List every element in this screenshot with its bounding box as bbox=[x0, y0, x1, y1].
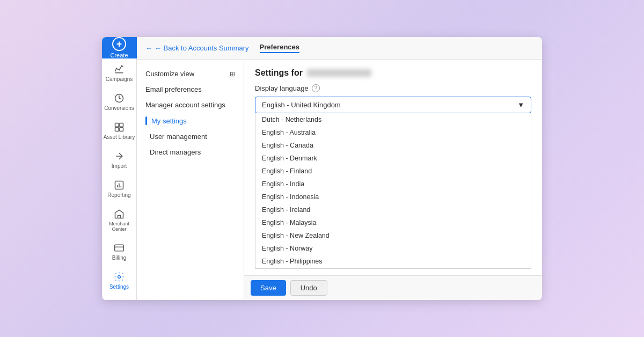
back-arrow-icon: ← bbox=[145, 44, 152, 52]
expand-icon: ⊞ bbox=[230, 70, 235, 78]
save-button[interactable]: Save bbox=[251, 280, 286, 296]
sidebar-item-conversions[interactable]: Conversions bbox=[102, 87, 137, 116]
asset-library-icon bbox=[114, 122, 125, 133]
manager-account-settings-item[interactable]: Manager account settings bbox=[137, 97, 244, 113]
language-option[interactable]: English - Malaysia bbox=[255, 216, 531, 229]
language-select-display[interactable]: English - United Kingdom ▼ bbox=[255, 97, 531, 113]
sidebar-item-campaigns[interactable]: Campaigns bbox=[102, 58, 137, 87]
email-preferences-item[interactable]: Email preferences bbox=[137, 82, 244, 97]
language-select-container: English - United Kingdom ▼ Dutch - Nethe… bbox=[255, 97, 531, 269]
customize-view-label: Customize view bbox=[145, 70, 194, 78]
preferences-panel: Settings for Display language ? English … bbox=[244, 60, 542, 300]
user-management-label: User management bbox=[150, 133, 207, 141]
billing-icon bbox=[114, 243, 125, 253]
svg-rect-4 bbox=[120, 128, 123, 131]
language-option[interactable]: English - India bbox=[255, 178, 531, 191]
sidebar-label-conversions: Conversions bbox=[104, 105, 134, 111]
language-selected-value: English - United Kingdom bbox=[262, 101, 341, 109]
my-settings-label: My settings bbox=[151, 117, 187, 125]
settings-title-account-name bbox=[307, 69, 371, 77]
language-option[interactable]: English - Canada bbox=[255, 139, 531, 152]
language-option[interactable]: English - Australia bbox=[255, 126, 531, 139]
chevron-down-icon: ▼ bbox=[517, 101, 524, 109]
create-icon: + bbox=[112, 37, 126, 51]
customize-view-item[interactable]: Customize view ⊞ bbox=[137, 66, 244, 82]
preferences-tab[interactable]: Preferences bbox=[260, 43, 299, 53]
display-language-label: Display language ? bbox=[255, 84, 531, 92]
language-option[interactable]: English - New Zealand bbox=[255, 229, 531, 242]
display-language-text: Display language bbox=[255, 84, 309, 92]
sidebar-label-asset-library: Asset Library bbox=[104, 134, 135, 140]
reporting-icon bbox=[114, 180, 125, 191]
svg-rect-1 bbox=[115, 123, 119, 127]
svg-rect-3 bbox=[115, 128, 119, 131]
direct-managers-item[interactable]: Direct managers bbox=[137, 144, 244, 160]
content-area: ← ← Back to Accounts Summary Preferences… bbox=[137, 37, 542, 300]
sidebar-item-reporting[interactable]: Reporting bbox=[102, 174, 137, 203]
sidebar-item-merchant-center[interactable]: Merchant Center bbox=[102, 203, 137, 237]
sidebar-item-settings[interactable]: Settings bbox=[102, 266, 137, 295]
back-to-accounts-link[interactable]: ← ← Back to Accounts Summary bbox=[145, 44, 249, 52]
language-option[interactable]: English - Finland bbox=[255, 165, 531, 178]
svg-rect-2 bbox=[120, 123, 123, 127]
sidebar-label-campaigns: Campaigns bbox=[106, 76, 133, 82]
sidebar-item-tools[interactable]: Tools bbox=[102, 295, 137, 300]
language-dropdown-list[interactable]: Dutch - NetherlandsEnglish - AustraliaEn… bbox=[255, 113, 531, 269]
sidebar-label-billing: Billing bbox=[112, 255, 127, 261]
settings-title-prefix: Settings for bbox=[255, 68, 303, 78]
language-option[interactable]: English - Denmark bbox=[255, 152, 531, 165]
create-label: Create bbox=[110, 52, 128, 58]
top-nav: ← ← Back to Accounts Summary Preferences bbox=[137, 37, 542, 60]
svg-rect-6 bbox=[115, 245, 124, 251]
language-option[interactable]: English - Ireland bbox=[255, 203, 531, 216]
undo-button[interactable]: Undo bbox=[290, 280, 327, 296]
back-to-accounts-label: ← Back to Accounts Summary bbox=[155, 44, 249, 52]
merchant-center-icon bbox=[114, 209, 125, 219]
main-sidebar: + Create Campaigns Conversions Asset Lib… bbox=[102, 37, 137, 300]
main-layout: Customize view ⊞ Email preferences Manag… bbox=[137, 60, 542, 300]
create-button[interactable]: + Create bbox=[102, 37, 137, 58]
language-option[interactable]: English - Philippines bbox=[255, 255, 531, 268]
sidebar-item-billing[interactable]: Billing bbox=[102, 237, 137, 266]
settings-title: Settings for bbox=[255, 68, 531, 78]
user-management-item[interactable]: User management bbox=[137, 129, 244, 144]
sidebar-item-import[interactable]: Import bbox=[102, 145, 137, 174]
sidebar-label-reporting: Reporting bbox=[107, 192, 130, 198]
sidebar-label-import: Import bbox=[112, 163, 127, 169]
language-option[interactable]: Dutch - Netherlands bbox=[255, 113, 531, 126]
sidebar-label-merchant-center: Merchant Center bbox=[102, 221, 137, 232]
my-settings-section: My settings bbox=[137, 113, 244, 129]
manager-account-settings-label: Manager account settings bbox=[145, 101, 225, 109]
language-option[interactable]: English - Indonesia bbox=[255, 191, 531, 203]
display-language-info-icon[interactable]: ? bbox=[312, 84, 320, 92]
import-icon bbox=[114, 151, 125, 162]
svg-point-7 bbox=[118, 276, 121, 279]
language-option[interactable]: English - Norway bbox=[255, 242, 531, 255]
secondary-sidebar: Customize view ⊞ Email preferences Manag… bbox=[137, 60, 244, 300]
action-buttons: Save Undo bbox=[244, 275, 542, 300]
email-preferences-label: Email preferences bbox=[145, 85, 202, 93]
sidebar-item-asset-library[interactable]: Asset Library bbox=[102, 116, 137, 145]
direct-managers-label: Direct managers bbox=[150, 148, 201, 156]
settings-icon bbox=[114, 272, 125, 282]
sidebar-label-settings: Settings bbox=[109, 284, 129, 290]
conversions-icon bbox=[114, 93, 125, 104]
preferences-content: Settings for Display language ? English … bbox=[244, 60, 542, 275]
language-option[interactable]: English - Singapore bbox=[255, 268, 531, 269]
campaigns-icon bbox=[114, 64, 125, 75]
